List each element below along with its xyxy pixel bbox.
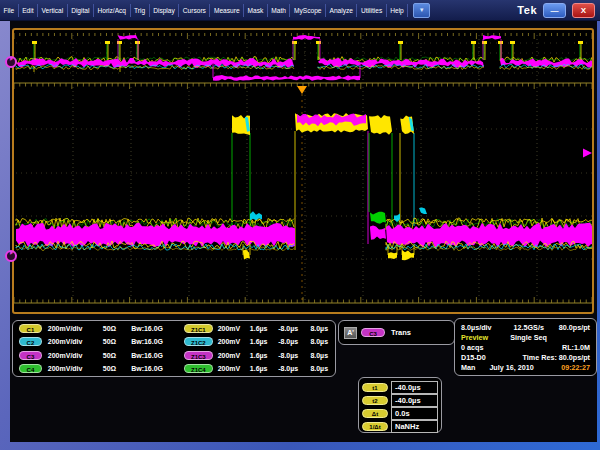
channel-impedance-C2: 50Ω [103,338,131,345]
menu-utilities[interactable]: Utilities [357,4,386,17]
zoom-end-Z1C3: 8.0µs [310,352,335,359]
cursor-value-1: -40.0µs [391,381,438,394]
cursor-badge-1[interactable]: t1 [362,383,388,392]
trigger-source-badge: C3 [361,328,385,337]
trigger-level-marker [583,149,592,158]
c3-position-marker-overview[interactable]: ‣ [5,56,17,68]
channel-scale-C4: 200mV/div [42,365,103,372]
menu-measure[interactable]: Measure [210,4,244,17]
zoom-badge-Z1C3[interactable]: Z1C3 [184,351,213,360]
trigger-a-badge: A' [344,327,357,339]
oscilloscope-screen: FileEditVerticalDigitalHoriz/AcqTrigDisp… [0,0,600,450]
menu-digital[interactable]: Digital [68,4,94,17]
cursor-row-4: 1/ΔtNaNHz [362,420,438,432]
channel-bandwidth-C4: Bw:16.0G [131,365,184,372]
channel-badge-C3[interactable]: C3 [19,351,42,360]
c3-position-marker-zoom[interactable]: ‣ [5,250,17,262]
zoom-time-Z1C3: 1.6µs [250,352,278,359]
channel-badge-C2[interactable]: C2 [19,337,42,346]
zoom-start-Z1C4: -8.0µs [278,365,310,372]
date-label: July 16, 2010 [489,363,533,372]
zoom-badge-Z1C4[interactable]: Z1C4 [184,364,213,373]
menu-display[interactable]: Display [150,4,180,17]
channel-row-C4: C4200mV/div50ΩBw:16.0GZ1C4200mV1.6µs-8.0… [13,363,335,375]
zoom-time-Z1C4: 1.6µs [250,365,278,372]
channel-impedance-C4: 50Ω [103,365,131,372]
menu-items: FileEditVerticalDigitalHoriz/AcqTrigDisp… [0,4,408,17]
menu-vertical[interactable]: Vertical [38,4,68,17]
digital-bus-label: D15-D0 [461,353,486,362]
cursor-value-4: NaNHz [391,420,438,433]
cursor-readout-panel[interactable]: t1-40.0µst2-40.0µsΔt0.0s1/ΔtNaNHz [358,377,442,433]
channel-scale-C1: 200mV/div [42,325,103,332]
close-button[interactable]: X [572,3,595,18]
menu-overflow-dropdown[interactable]: ▼ [413,3,430,18]
minimize-button[interactable]: — [543,3,566,18]
menu-mask[interactable]: Mask [244,4,268,17]
zoom-end-Z1C2: 8.0µs [310,338,335,345]
trigger-readout-panel[interactable]: A' C3 Trans [338,320,455,345]
trigger-position-marker [297,86,307,94]
trigger-type-label: Trans [391,328,411,337]
zoom-start-Z1C2: -8.0µs [278,338,310,345]
menu-file[interactable]: File [0,4,19,17]
menu-edit[interactable]: Edit [19,4,38,17]
channel-badge-C1[interactable]: C1 [19,324,42,333]
cursor-row-2: t2-40.0µs [362,394,438,406]
preview-status: Preview [461,333,488,342]
cursor-badge-3[interactable]: Δt [362,409,388,418]
zoom-start-Z1C3: -8.0µs [278,352,310,359]
cursor-row-3: Δt0.0s [362,407,438,419]
channel-badge-C4[interactable]: C4 [19,364,42,373]
acquisition-count: 0 acqs [461,343,483,352]
zoom-badge-Z1C2[interactable]: Z1C2 [184,337,213,346]
waveform-display-frame [12,28,594,314]
trigger-mode: Man [461,363,475,372]
horizontal-readout-panel[interactable]: 8.0µs/div 12.5GS/s 80.0ps/pt Preview Sin… [454,318,597,376]
zoom-badge-Z1C1[interactable]: Z1C1 [184,324,213,333]
zoom-end-Z1C1: 8.0µs [310,325,335,332]
zoom-scale-Z1C4: 200mV [213,365,250,372]
waveform-display[interactable] [14,30,592,312]
zoom-time-Z1C2: 1.6µs [250,338,278,345]
channel-row-C1: C1200mV/div50ΩBw:16.0GZ1C1200mV1.6µs-8.0… [13,322,335,334]
menu-horizacq[interactable]: Horiz/Acq [94,4,131,17]
menu-myscope[interactable]: MyScope [290,4,326,17]
channel-row-C3: C3200mV/div50ΩBw:16.0GZ1C3200mV1.6µs-8.0… [13,349,335,361]
channel-bandwidth-C3: Bw:16.0G [131,352,184,359]
menu-help[interactable]: Help [387,4,409,17]
zoom-end-Z1C4: 8.0µs [310,365,335,372]
record-length: RL:1.0M [562,343,590,352]
cursor-badge-2[interactable]: t2 [362,396,388,405]
clock-time: 09:22:27 [561,363,590,372]
channel-row-C2: C2200mV/div50ΩBw:16.0GZ1C2200mV1.6µs-8.0… [13,336,335,348]
menu-analyze[interactable]: Analyze [326,4,357,17]
acquisition-mode: Single Seq [510,333,547,342]
cursor-row-1: t1-40.0µs [362,381,438,393]
zoom-scale-Z1C2: 200mV [213,338,250,345]
channel-bandwidth-C1: Bw:16.0G [131,325,184,332]
cursor-badge-4[interactable]: 1/Δt [362,422,388,431]
cursor-value-2: -40.0µs [391,394,438,407]
channel-scale-C3: 200mV/div [42,352,103,359]
channel-bandwidth-C2: Bw:16.0G [131,338,184,345]
channel-readout-panel: C1200mV/div50ΩBw:16.0GZ1C1200mV1.6µs-8.0… [12,320,336,377]
menu-cursors[interactable]: Cursors [179,4,210,17]
sample-rate: 12.5GS/s [514,323,544,332]
menu-trig[interactable]: Trig [131,4,150,17]
zoom-scale-Z1C1: 200mV [213,325,250,332]
channel-scale-C2: 200mV/div [42,338,103,345]
horizontal-scale: 8.0µs/div [461,323,492,332]
menu-math[interactable]: Math [268,4,291,17]
zoom-start-Z1C1: -8.0µs [278,325,310,332]
channel-impedance-C1: 50Ω [103,325,131,332]
cursor-value-3: 0.0s [391,407,438,420]
time-resolution: Time Res: 80.0ps/pt [523,353,590,362]
per-point-resolution: 80.0ps/pt [559,323,590,332]
zoom-time-Z1C1: 1.6µs [250,325,278,332]
zoom-scale-Z1C3: 200mV [213,352,250,359]
menu-bar: FileEditVerticalDigitalHoriz/AcqTrigDisp… [0,0,600,21]
tek-logo: Tek [517,4,537,16]
channel-impedance-C3: 50Ω [103,352,131,359]
